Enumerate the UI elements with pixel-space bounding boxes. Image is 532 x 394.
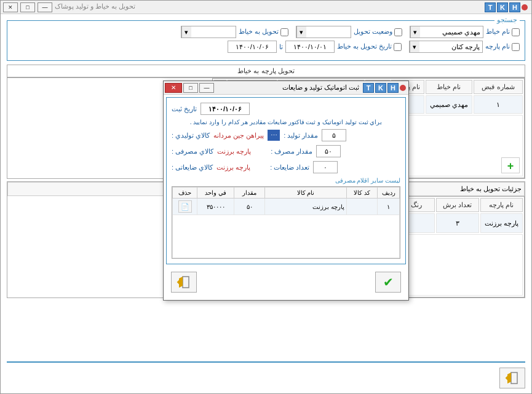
g1-h0: شماره قبض <box>474 80 523 94</box>
cons-item-value: پارچه برزنت <box>217 148 251 156</box>
record-dot-icon <box>522 4 528 10</box>
svg-rect-0 <box>511 372 517 384</box>
footer-bar <box>7 361 525 388</box>
modal-titlebar: HKT ثبت اتوماتیک تولید و ضایعات — □ ✕ <box>164 81 408 95</box>
fabric-name-combo[interactable]: پارچه کتان▾ <box>409 41 483 53</box>
waste-item-value: پارچه برزنت <box>216 164 250 171</box>
date-from-input[interactable] <box>285 41 335 53</box>
row-delete-icon[interactable]: 📄 <box>178 200 192 213</box>
date-hist-check[interactable] <box>394 43 402 51</box>
tailor-delivery-combo[interactable]: ▾ <box>181 26 236 38</box>
modal-grid: ردیف کد کالا نام کالا مقدار في واحد حذف … <box>172 186 400 259</box>
tailor-delivery-label: تحویل به خیاط <box>239 28 288 36</box>
window-title: تحویل به خیاط و تولید پوشاک <box>55 2 135 12</box>
minimize-button[interactable]: — <box>38 2 52 12</box>
lookup-button[interactable]: ⋯ <box>268 130 280 141</box>
g2-h1: تعداد برش <box>436 198 479 212</box>
exit-button[interactable] <box>499 368 525 388</box>
date-hist-label: تاریخ تحویل به خیاط <box>337 42 402 51</box>
confirm-button[interactable]: ✔ <box>375 272 401 293</box>
production-modal: HKT ثبت اتوماتیک تولید و ضایعات — □ ✕ تا… <box>163 81 409 301</box>
status-check[interactable] <box>394 28 402 36</box>
tailor-name-label: نام خیاط <box>486 28 520 36</box>
modal-title: ثبت اتوماتیک تولید و ضایعات <box>282 84 359 92</box>
search-legend: جستجو <box>494 16 520 24</box>
fabric-name-check[interactable] <box>512 43 520 51</box>
maximize-button[interactable]: □ <box>20 2 35 12</box>
grid1-title: تحویل پارچه به خیاط <box>7 65 525 77</box>
hkt-icons: HKT <box>363 83 399 93</box>
modal-maximize-button[interactable]: □ <box>183 83 198 93</box>
record-dot-icon <box>400 85 406 91</box>
modal-grid-row[interactable]: ۱پارچه برزنت۵۰۳۵۰۰۰۰ 📄 <box>173 199 400 215</box>
close-button[interactable]: ✕ <box>3 2 18 12</box>
status-label: وضعیت تحویل <box>354 28 402 36</box>
modal-grid-title: لیست سایر اقلام مصرفی <box>172 177 400 184</box>
modal-minimize-button[interactable]: — <box>199 83 214 93</box>
tailor-delivery-check[interactable] <box>280 28 288 36</box>
g1-h1: نام خیاط <box>426 80 472 94</box>
reg-date-input[interactable] <box>200 103 250 115</box>
fabric-name-label: نام پارچه <box>485 42 520 51</box>
add-row-button[interactable]: + <box>501 157 520 173</box>
modal-exit-button[interactable] <box>171 272 197 293</box>
main-titlebar: HKT تحویل به خیاط و تولید پوشاک — □ ✕ <box>1 1 531 14</box>
date-to-input[interactable] <box>228 41 277 53</box>
tailor-name-check[interactable] <box>512 28 520 36</box>
prod-item-value: پيراهن جين مردانه <box>213 132 264 140</box>
prod-qty-input[interactable] <box>322 129 346 141</box>
main-window: HKT تحویل به خیاط و تولید پوشاک — □ ✕ جس… <box>0 0 532 394</box>
modal-close-button[interactable]: ✕ <box>165 83 182 93</box>
g2-h0: نام پارچه <box>480 198 523 212</box>
cons-qty-input[interactable] <box>316 145 341 157</box>
svg-rect-1 <box>183 277 189 288</box>
status-combo[interactable]: ▾ <box>296 26 351 38</box>
tailor-name-combo[interactable]: مهدي صميمي▾ <box>410 26 483 38</box>
waste-qty-input[interactable] <box>313 161 338 173</box>
modal-hint: براي ثبت توليد اتوماتيک و ثبت فاکتور ضاي… <box>172 119 400 125</box>
hkt-icons: HKT <box>485 2 520 12</box>
search-panel: جستجو نام خیاطمهدي صميمي▾ وضعیت تحویل▾ ت… <box>7 20 525 61</box>
